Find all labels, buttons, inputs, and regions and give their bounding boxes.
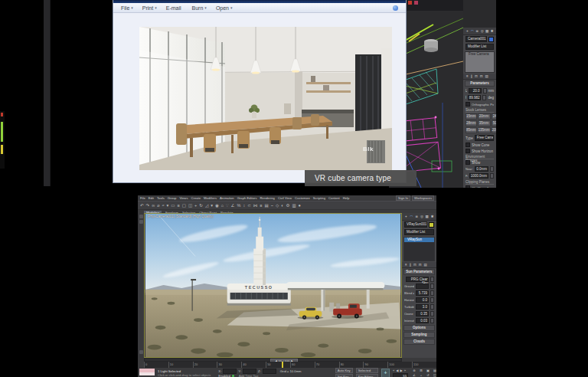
lens-spinner[interactable] — [483, 88, 487, 93]
stack-tools[interactable]: ≡∥⊡⊟▤ — [463, 74, 496, 80]
sun-parameters-rollout[interactable]: Sun Parameters — [403, 269, 435, 275]
zoom-extents-icon[interactable]: ▣ — [425, 369, 431, 372]
parameter-spinner[interactable] — [430, 284, 434, 289]
window-control-icon[interactable] — [414, 1, 418, 5]
modify-tab-icon[interactable]: ◠ — [471, 29, 475, 33]
parameter-value[interactable]: 0.35 — [416, 311, 429, 316]
go-to-end-icon[interactable]: » — [404, 369, 406, 372]
stock-lens-button[interactable]: 15mm — [466, 113, 477, 120]
motion-tab-icon[interactable]: ◎ — [481, 29, 485, 33]
show-cone-checkbox[interactable] — [466, 143, 470, 147]
viewer-menu-item[interactable]: E-mail — [166, 5, 183, 11]
render-icon[interactable]: ● — [299, 202, 301, 209]
layout-tab-icon[interactable] — [139, 350, 143, 354]
percent-snap-icon[interactable]: % — [237, 202, 240, 209]
stock-lens-button[interactable]: 35mm — [478, 120, 491, 126]
fov-spinner[interactable] — [482, 95, 486, 100]
show-horizon-checkbox[interactable] — [466, 149, 470, 153]
collapsed-rollout[interactable]: Sampling — [403, 332, 435, 338]
create-tab-icon[interactable]: + — [404, 215, 408, 218]
selection-filter-dropdown[interactable]: ▾ — [166, 202, 168, 209]
create-tab-icon[interactable]: + — [466, 29, 469, 33]
render-viewport[interactable]: [PhysCamera001] [Standard] [High Quality… — [144, 213, 402, 358]
show-end-result-icon[interactable]: ∥ — [471, 74, 472, 78]
menu-item[interactable]: Views — [179, 196, 188, 200]
menu-item[interactable]: Civil View — [278, 196, 292, 200]
stock-lenses-grid[interactable]: 15mm20mm24mm28mm35mm50mm85mm135mm200mm — [463, 113, 496, 134]
create-key-button[interactable]: + — [381, 369, 390, 377]
motion-tab-icon[interactable]: ◎ — [420, 215, 423, 218]
parameter-spinner[interactable] — [430, 318, 434, 323]
mirror-icon[interactable]: ⋈ — [253, 202, 258, 209]
y-field[interactable] — [243, 369, 256, 374]
parameter-spinner[interactable] — [430, 311, 434, 316]
play-icon[interactable]: ▶ — [400, 369, 403, 372]
configure-modifier-sets-icon[interactable]: ▤ — [423, 263, 426, 267]
menu-item[interactable]: Content — [328, 196, 340, 200]
collapsed-rollout[interactable]: Clouds — [403, 339, 435, 345]
show-end-result-icon[interactable]: ∥ — [410, 263, 411, 267]
add-time-tag[interactable]: Add Time Tag — [239, 374, 259, 377]
selected-filter-dropdown[interactable]: Selected — [356, 368, 378, 373]
viewport-label[interactable]: [PhysCamera001] [Standard] [High Quality… — [147, 215, 213, 218]
key-filters-button[interactable]: Key Filters... — [356, 374, 378, 377]
lens-value[interactable]: 20.0 — [469, 88, 482, 93]
utilities-tab-icon[interactable]: ✱ — [491, 29, 495, 33]
rendered-frame-icon[interactable]: ▥ — [292, 202, 296, 209]
prev-frame-icon[interactable]: ◀ — [396, 369, 398, 372]
object-name-field[interactable]: VRaySun001 — [404, 221, 427, 228]
clip-manually-checkbox[interactable] — [466, 185, 470, 188]
ribbon-collapse-icon[interactable] — [139, 215, 143, 218]
angle-snap-icon[interactable]: ∠ — [231, 202, 235, 209]
select-by-name-icon[interactable]: ≡ — [177, 202, 179, 209]
near-range-value[interactable]: 0.0mm — [475, 166, 488, 172]
modifier-stack[interactable]: Free Camera — [465, 51, 495, 73]
select-scale-icon[interactable]: ◿ — [205, 202, 208, 209]
use-pivot-icon[interactable]: ◉ — [215, 202, 219, 209]
remove-modifier-icon[interactable]: ⊟ — [419, 263, 422, 267]
set-key-button[interactable]: Set Key — [335, 374, 353, 377]
camera-type-dropdown[interactable]: Free Camera — [475, 135, 494, 141]
window-control-icon[interactable] — [408, 1, 412, 5]
modifier-list-dropdown[interactable]: Modifier List — [404, 229, 434, 235]
menu-item[interactable]: Tools — [157, 196, 165, 200]
unlink-icon[interactable]: ⌀ — [157, 202, 159, 209]
configure-modifier-sets-icon[interactable]: ▤ — [485, 74, 488, 78]
z-field[interactable] — [263, 369, 276, 374]
sign-in-button[interactable]: Sign In — [396, 195, 410, 201]
select-place-icon[interactable]: ⌂ — [221, 202, 224, 209]
make-unique-icon[interactable]: ⊡ — [413, 263, 416, 267]
collapsed-rollout[interactable]: Options — [403, 325, 435, 331]
env-show-checkbox[interactable] — [466, 160, 470, 165]
viewer-menu-item[interactable]: Burn▾ — [192, 5, 207, 11]
auto-key-button[interactable]: Auto Key — [335, 368, 353, 373]
bind-spacewarp-icon[interactable]: ≈ — [162, 202, 164, 209]
undo-icon[interactable]: ↶ — [140, 202, 144, 209]
render-setup-icon[interactable]: ⚙ — [286, 202, 289, 209]
display-tab-icon[interactable]: ▦ — [425, 215, 429, 218]
make-unique-icon[interactable]: ⊡ — [475, 74, 478, 78]
parameter-spinner[interactable] — [430, 304, 434, 310]
viewer-menu-item[interactable]: File▾ — [121, 5, 133, 11]
snap-toggle-icon[interactable]: ∵ — [226, 202, 229, 209]
parameter-value[interactable] — [416, 284, 429, 289]
redo-icon[interactable]: ↷ — [146, 202, 150, 209]
workspace-dropdown[interactable]: Workspaces — [412, 195, 434, 201]
menu-item[interactable]: Create — [191, 196, 201, 200]
current-frame-field[interactable]: 55 — [393, 373, 408, 377]
remove-modifier-icon[interactable]: ⊟ — [480, 74, 483, 78]
object-color-swatch[interactable] — [488, 37, 494, 42]
stock-lens-button[interactable]: 200mm — [492, 127, 496, 133]
far-range-value[interactable]: 1000.0mm — [469, 173, 488, 179]
far-range-spinner[interactable] — [490, 173, 494, 179]
display-tab-icon[interactable]: ▦ — [485, 29, 489, 33]
stock-lens-button[interactable]: 24mm — [492, 113, 496, 120]
parameter-value[interactable]: 0.03 — [416, 318, 429, 323]
select-object-icon[interactable]: ▭ — [171, 202, 175, 209]
viewport-layout-icon[interactable] — [139, 220, 143, 224]
current-frame-marker[interactable] — [282, 362, 283, 368]
stock-lens-button[interactable]: 20mm — [478, 113, 491, 120]
zoom-extents-all-icon[interactable]: ▤ — [432, 369, 436, 372]
zoom-icon[interactable]: ⊕ — [411, 369, 417, 372]
stock-lens-button[interactable]: 135mm — [478, 127, 491, 133]
